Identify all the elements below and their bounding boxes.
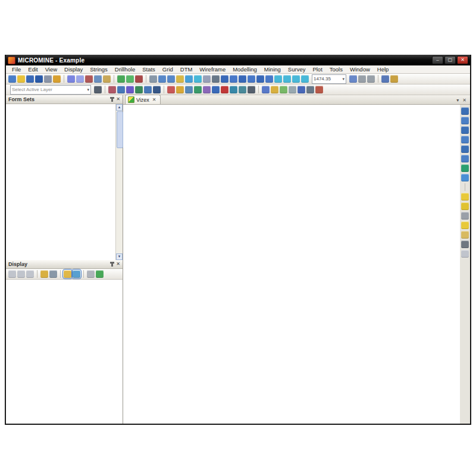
macro-icon[interactable] xyxy=(271,86,278,93)
forward-icon[interactable] xyxy=(367,75,375,83)
menu-item-drillhole[interactable]: Drillhole xyxy=(111,65,139,74)
zoom-out-icon[interactable] xyxy=(167,75,175,83)
menu-item-view[interactable]: View xyxy=(42,65,61,74)
rotate-right-icon[interactable] xyxy=(301,75,309,83)
menu-item-display[interactable]: Display xyxy=(61,65,86,74)
insert-point-icon[interactable] xyxy=(167,86,175,93)
scroll-up-icon[interactable]: ▲ xyxy=(116,104,123,111)
capture-icon[interactable] xyxy=(381,75,389,83)
digitize-icon[interactable] xyxy=(117,86,125,93)
copy-icon[interactable] xyxy=(94,75,102,83)
pan-icon[interactable] xyxy=(176,75,184,83)
more-icon[interactable] xyxy=(315,86,323,93)
menu-item-strings[interactable]: Strings xyxy=(86,65,111,74)
maximize-button[interactable]: ▢ xyxy=(444,56,456,64)
move-up-icon[interactable] xyxy=(26,270,34,278)
vizex-display-icon[interactable] xyxy=(117,75,125,83)
menu-item-modelling[interactable]: Modelling xyxy=(229,65,261,74)
rotate-up-icon[interactable] xyxy=(274,75,282,83)
menu-item-help[interactable]: Help xyxy=(374,65,393,74)
mirror-icon[interactable] xyxy=(185,86,193,93)
east-view-icon[interactable] xyxy=(248,75,255,83)
rotate-down-icon[interactable] xyxy=(283,75,291,83)
expand-all-icon[interactable] xyxy=(8,270,16,278)
tab-close-icon[interactable]: ✕ xyxy=(152,97,156,102)
view-3d-icon[interactable] xyxy=(349,75,357,83)
light-off-icon[interactable] xyxy=(461,250,469,258)
west-view-icon[interactable] xyxy=(256,75,264,83)
menu-item-mining[interactable]: Mining xyxy=(261,65,284,74)
form-set-item-display-limits[interactable] xyxy=(6,105,117,111)
form-sets-scrollbar[interactable]: ▲ ▼ xyxy=(115,104,123,260)
menu-item-file[interactable]: File xyxy=(8,65,24,74)
edit-polyline-icon[interactable] xyxy=(135,86,143,93)
delete-icon[interactable] xyxy=(135,75,143,83)
close-icon[interactable]: ✕ xyxy=(116,262,120,267)
refresh-icon[interactable] xyxy=(126,75,134,83)
menu-item-edit[interactable]: Edit xyxy=(24,65,41,74)
pin-icon[interactable] xyxy=(111,262,113,267)
menu-item-window[interactable]: Window xyxy=(346,65,374,74)
tab-vizex[interactable]: Vizex ✕ xyxy=(125,95,161,104)
pick-layer-icon[interactable] xyxy=(49,270,57,278)
undo-icon[interactable] xyxy=(67,75,75,83)
redo-icon[interactable] xyxy=(76,75,84,83)
fit-view-icon[interactable] xyxy=(185,75,193,83)
select-arrow-icon[interactable] xyxy=(94,86,102,93)
scale-combo[interactable]: 1474.35▾ xyxy=(312,74,346,84)
measure-3d-icon[interactable] xyxy=(461,174,469,181)
north-view-icon[interactable] xyxy=(239,75,246,83)
title-bar[interactable]: MICROMINE - Example –▢✕ xyxy=(6,55,470,65)
annotate-icon[interactable] xyxy=(203,86,211,93)
zoom-in-icon[interactable] xyxy=(158,75,166,83)
new-layer-icon[interactable] xyxy=(73,270,80,278)
load-form-set-icon[interactable] xyxy=(64,270,71,278)
save-form-set-icon[interactable] xyxy=(40,270,48,278)
minimize-button[interactable]: – xyxy=(432,56,443,64)
delete-string-icon[interactable] xyxy=(221,86,228,93)
play-icon[interactable] xyxy=(280,86,287,93)
new-string-icon[interactable] xyxy=(126,86,134,93)
export-layer-icon[interactable] xyxy=(96,270,104,278)
save-icon[interactable] xyxy=(26,75,34,83)
open-icon[interactable] xyxy=(17,75,25,83)
measure-icon[interactable] xyxy=(212,86,220,93)
scroll-down-icon[interactable]: ▼ xyxy=(116,253,123,260)
close-view-icon[interactable]: ✕ xyxy=(462,98,466,103)
menu-item-dtm[interactable]: DTM xyxy=(177,65,196,74)
previous-view-icon[interactable] xyxy=(203,75,211,83)
close-button[interactable]: ✕ xyxy=(457,56,468,64)
rotate-string-icon[interactable] xyxy=(176,86,184,93)
layout-icon[interactable] xyxy=(390,75,398,83)
scene-svg[interactable] xyxy=(123,105,462,424)
link-icon[interactable] xyxy=(87,270,95,278)
smooth-icon[interactable] xyxy=(194,86,202,93)
scrollbar-thumb[interactable] xyxy=(117,111,123,148)
light-3-icon[interactable] xyxy=(461,221,469,229)
draw-string-icon[interactable] xyxy=(108,86,116,93)
light-1-icon[interactable] xyxy=(461,202,469,210)
menu-item-survey[interactable]: Survey xyxy=(284,65,309,74)
rotate-icon[interactable] xyxy=(194,75,202,83)
properties-icon[interactable] xyxy=(248,86,255,93)
cut-icon[interactable] xyxy=(85,75,93,83)
menu-item-stats[interactable]: Stats xyxy=(139,65,159,74)
rotate-left-icon[interactable] xyxy=(292,75,300,83)
tab-list-dropdown-icon[interactable]: ▾ xyxy=(456,98,459,103)
pause-icon[interactable] xyxy=(289,86,296,93)
run-script-icon[interactable] xyxy=(262,86,270,93)
light-5-icon[interactable] xyxy=(461,240,469,248)
menu-item-grid[interactable]: Grid xyxy=(159,65,177,74)
plan-view-icon[interactable] xyxy=(221,75,228,83)
snap-toggle-icon[interactable] xyxy=(230,86,237,93)
pin-icon[interactable] xyxy=(111,97,113,102)
collapse-all-icon[interactable] xyxy=(17,270,25,278)
light-4-icon[interactable] xyxy=(461,231,469,239)
settings-icon[interactable] xyxy=(306,86,314,93)
filter-icon[interactable] xyxy=(239,86,246,93)
active-layer-combo[interactable]: Select Active Layer ▾ xyxy=(10,85,91,95)
iso-view-icon[interactable] xyxy=(265,75,273,83)
section-view-icon[interactable] xyxy=(230,75,237,83)
light-all-icon[interactable] xyxy=(461,193,469,201)
export-icon[interactable] xyxy=(53,75,61,83)
